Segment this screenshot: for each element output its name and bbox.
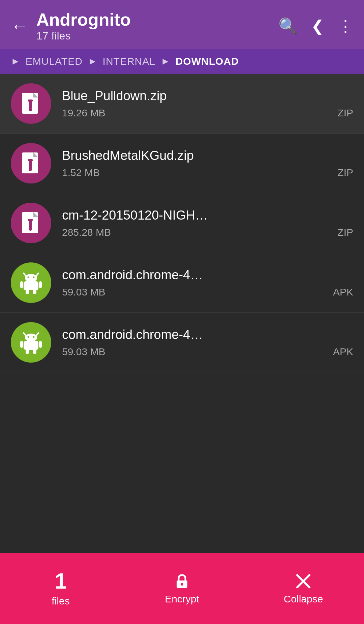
file-info-4: com.android.chrome-4… 59.03 MB APK bbox=[62, 268, 353, 298]
app-title: Andrognito bbox=[36, 9, 131, 30]
breadcrumb: ► EMULATED ► INTERNAL ► DOWNLOAD bbox=[0, 49, 364, 74]
list-item[interactable]: Blue_Pulldown.zip 19.26 MB ZIP bbox=[0, 74, 364, 134]
collapse-label: Collapse bbox=[284, 593, 323, 605]
svg-point-27 bbox=[25, 334, 37, 342]
svg-rect-9 bbox=[28, 159, 33, 161]
more-options-icon[interactable]: ⋮ bbox=[338, 17, 353, 35]
file-icon-zip-3 bbox=[11, 203, 51, 243]
svg-rect-7 bbox=[29, 161, 32, 169]
svg-rect-2 bbox=[29, 101, 32, 109]
files-label: files bbox=[52, 595, 69, 607]
file-size-4: 59.03 MB bbox=[62, 286, 105, 298]
svg-point-13 bbox=[29, 227, 32, 231]
svg-rect-12 bbox=[29, 220, 32, 228]
file-size-2: 1.52 MB bbox=[62, 167, 100, 178]
files-count-section: 1 files bbox=[0, 564, 121, 614]
file-size-5: 59.03 MB bbox=[62, 346, 105, 358]
svg-rect-21 bbox=[20, 281, 23, 288]
file-type-2: ZIP bbox=[337, 167, 353, 178]
android-icon bbox=[19, 330, 43, 354]
breadcrumb-arrow-3: ► bbox=[161, 56, 170, 67]
zip-file-icon bbox=[21, 91, 41, 116]
zip-file-icon bbox=[21, 151, 41, 175]
svg-rect-31 bbox=[20, 341, 23, 348]
selected-count: 1 bbox=[55, 570, 67, 592]
svg-point-28 bbox=[28, 336, 29, 338]
file-type-4: APK bbox=[333, 286, 353, 298]
file-meta-1: 19.26 MB ZIP bbox=[62, 107, 353, 119]
svg-rect-20 bbox=[24, 281, 38, 290]
file-icon-apk-1 bbox=[11, 262, 51, 303]
close-icon bbox=[295, 572, 312, 590]
file-meta-5: 59.03 MB APK bbox=[62, 346, 353, 358]
svg-rect-24 bbox=[33, 289, 36, 294]
file-icon-apk-2 bbox=[11, 322, 51, 363]
svg-point-36 bbox=[181, 583, 183, 586]
file-size-1: 19.26 MB bbox=[62, 107, 105, 119]
svg-point-17 bbox=[25, 274, 37, 282]
list-item[interactable]: BrushedMetalKGud.zip 1.52 MB ZIP bbox=[0, 134, 364, 193]
svg-rect-33 bbox=[26, 349, 29, 354]
file-type-3: ZIP bbox=[337, 227, 353, 238]
encrypt-button[interactable]: Encrypt bbox=[121, 566, 243, 612]
file-info-2: BrushedMetalKGud.zip 1.52 MB ZIP bbox=[62, 148, 353, 178]
breadcrumb-internal[interactable]: INTERNAL bbox=[103, 56, 155, 67]
back-button[interactable]: ← bbox=[11, 17, 28, 35]
file-name-3: cm-12-20150120-NIGH… bbox=[62, 208, 353, 223]
header-actions: 🔍 ❮ ⋮ bbox=[278, 17, 353, 35]
svg-point-3 bbox=[29, 108, 32, 111]
file-meta-3: 285.28 MB ZIP bbox=[62, 227, 353, 238]
svg-point-29 bbox=[33, 336, 35, 338]
svg-rect-4 bbox=[28, 100, 33, 102]
file-name-5: com.android.chrome-4… bbox=[62, 328, 353, 342]
breadcrumb-arrow-2: ► bbox=[88, 56, 97, 67]
file-icon-zip-1 bbox=[11, 83, 51, 124]
file-type-5: APK bbox=[333, 346, 353, 358]
svg-point-8 bbox=[29, 168, 32, 171]
svg-rect-32 bbox=[39, 341, 42, 348]
file-info-3: cm-12-20150120-NIGH… 285.28 MB ZIP bbox=[62, 208, 353, 238]
collapse-button[interactable]: Collapse bbox=[243, 566, 364, 612]
file-type-1: ZIP bbox=[337, 107, 353, 119]
search-icon[interactable]: 🔍 bbox=[278, 17, 298, 35]
app-header: ← Andrognito 17 files 🔍 ❮ ⋮ bbox=[0, 0, 364, 49]
lock-icon bbox=[173, 572, 191, 590]
file-info-1: Blue_Pulldown.zip 19.26 MB ZIP bbox=[62, 89, 353, 119]
svg-rect-22 bbox=[39, 281, 42, 288]
file-name-2: BrushedMetalKGud.zip bbox=[62, 148, 353, 163]
file-icon-zip-2 bbox=[11, 143, 51, 183]
list-item[interactable]: cm-12-20150120-NIGH… 285.28 MB ZIP bbox=[0, 193, 364, 253]
file-size-3: 285.28 MB bbox=[62, 227, 111, 238]
file-meta-4: 59.03 MB APK bbox=[62, 286, 353, 298]
svg-rect-23 bbox=[26, 289, 29, 294]
list-item[interactable]: com.android.chrome-4… 59.03 MB APK bbox=[0, 253, 364, 313]
back-nav-icon[interactable]: ❮ bbox=[311, 17, 324, 35]
encrypt-label: Encrypt bbox=[165, 593, 199, 605]
svg-rect-14 bbox=[28, 219, 33, 221]
breadcrumb-emulated[interactable]: EMULATED bbox=[26, 56, 83, 67]
svg-point-19 bbox=[33, 277, 35, 278]
file-name-4: com.android.chrome-4… bbox=[62, 268, 353, 282]
file-name-1: Blue_Pulldown.zip bbox=[62, 89, 353, 103]
svg-rect-30 bbox=[24, 341, 38, 350]
zip-file-icon bbox=[21, 211, 41, 235]
file-info-5: com.android.chrome-4… 59.03 MB APK bbox=[62, 328, 353, 358]
file-list: Blue_Pulldown.zip 19.26 MB ZIP Brushe bbox=[0, 74, 364, 553]
svg-rect-34 bbox=[33, 349, 36, 354]
bottom-action-bar: 1 files Encrypt Collapse bbox=[0, 553, 364, 624]
breadcrumb-download[interactable]: DOWNLOAD bbox=[176, 56, 239, 67]
android-icon bbox=[19, 271, 43, 295]
file-meta-2: 1.52 MB ZIP bbox=[62, 167, 353, 178]
svg-point-18 bbox=[28, 277, 29, 278]
file-count: 17 files bbox=[36, 30, 131, 42]
breadcrumb-arrow-1: ► bbox=[11, 56, 20, 67]
list-item[interactable]: com.android.chrome-4… 59.03 MB APK bbox=[0, 313, 364, 372]
